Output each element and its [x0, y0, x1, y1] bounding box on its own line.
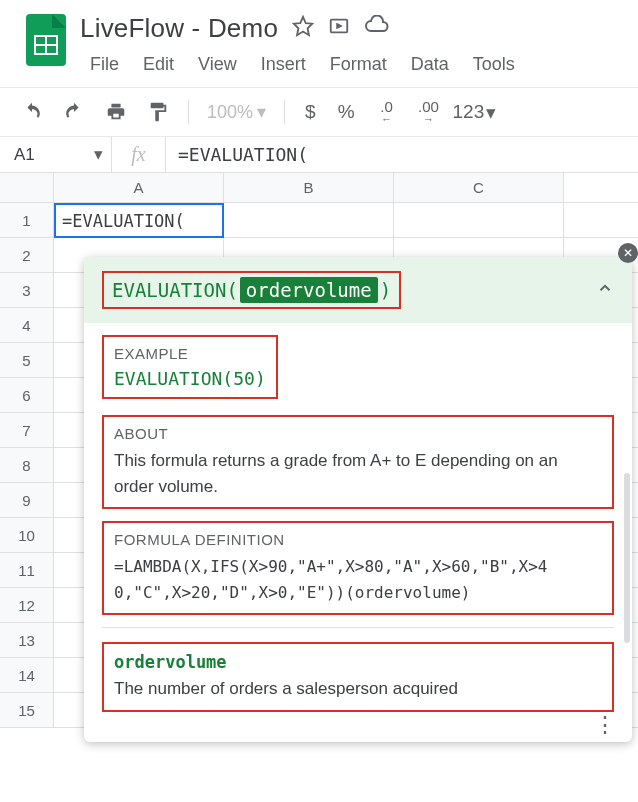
decrease-decimal-button[interactable]: .0←: [369, 94, 405, 130]
menu-data[interactable]: Data: [401, 50, 459, 79]
menu-file[interactable]: File: [80, 50, 129, 79]
row-header[interactable]: 5: [0, 343, 54, 377]
close-icon[interactable]: ✕: [618, 243, 638, 263]
menu-bar: File Edit View Insert Format Data Tools: [80, 50, 626, 79]
redo-button[interactable]: [56, 94, 92, 130]
row-header[interactable]: 13: [0, 623, 54, 657]
cloud-status-icon[interactable]: [364, 15, 390, 41]
function-signature: EVALUATION(ordervolume): [102, 271, 401, 309]
row-header[interactable]: 8: [0, 448, 54, 482]
row-header[interactable]: 7: [0, 413, 54, 447]
print-button[interactable]: [98, 94, 134, 130]
spreadsheet-grid[interactable]: A B C 123456789101112131415 =EVALUATION(…: [0, 173, 638, 728]
column-header[interactable]: B: [224, 173, 394, 202]
star-icon[interactable]: [292, 15, 314, 41]
row-header[interactable]: 11: [0, 553, 54, 587]
row-header[interactable]: 1: [0, 203, 54, 237]
more-options-icon[interactable]: ⋮: [586, 704, 624, 746]
menu-edit[interactable]: Edit: [133, 50, 184, 79]
document-title[interactable]: LiveFlow - Demo: [80, 13, 278, 44]
formula-help-tooltip: ✕ EVALUATION(ordervolume) EXAMPLE EVALUA…: [84, 257, 632, 742]
chevron-down-icon: ▾: [94, 144, 103, 165]
app-header: LiveFlow - Demo File Edit View Insert Fo…: [0, 0, 638, 79]
cell[interactable]: [394, 203, 564, 237]
menu-view[interactable]: View: [188, 50, 247, 79]
row-header[interactable]: 14: [0, 658, 54, 692]
paint-format-button[interactable]: [140, 94, 176, 130]
active-cell-editor[interactable]: =EVALUATION(: [54, 203, 224, 238]
fx-icon: fx: [112, 137, 166, 172]
row-header[interactable]: 4: [0, 308, 54, 342]
format-currency-button[interactable]: $: [297, 101, 324, 123]
column-header[interactable]: A: [54, 173, 224, 202]
zoom-dropdown[interactable]: 100% ▾: [201, 101, 272, 123]
row-header[interactable]: 6: [0, 378, 54, 412]
formula-bar-input[interactable]: =EVALUATION(: [166, 137, 638, 172]
more-formats-dropdown[interactable]: 123▾: [453, 101, 497, 124]
menu-tools[interactable]: Tools: [463, 50, 525, 79]
row-header[interactable]: 12: [0, 588, 54, 622]
about-section: ABOUT This formula returns a grade from …: [102, 415, 614, 509]
row-header[interactable]: 9: [0, 483, 54, 517]
scrollbar[interactable]: [624, 473, 630, 643]
undo-button[interactable]: [14, 94, 50, 130]
collapse-icon[interactable]: [596, 279, 614, 301]
parameter-section: ordervolume The number of orders a sales…: [102, 642, 614, 712]
row-header[interactable]: 3: [0, 273, 54, 307]
svg-marker-4: [294, 17, 312, 35]
cell[interactable]: [224, 203, 394, 237]
move-icon[interactable]: [328, 15, 350, 41]
menu-format[interactable]: Format: [320, 50, 397, 79]
sheets-logo[interactable]: [12, 8, 80, 66]
increase-decimal-button[interactable]: .00→: [411, 94, 447, 130]
select-all-corner[interactable]: [0, 173, 54, 202]
formula-definition-section: FORMULA DEFINITION =LAMBDA(X,IFS(X>90,"A…: [102, 521, 614, 615]
column-header[interactable]: C: [394, 173, 564, 202]
example-section: EXAMPLE EVALUATION(50): [102, 335, 278, 399]
toolbar: 100% ▾ $ % .0← .00→ 123▾: [0, 88, 638, 136]
row-header[interactable]: 15: [0, 693, 54, 727]
format-percent-button[interactable]: %: [330, 101, 363, 123]
formula-bar-row: A1▾ fx =EVALUATION(: [0, 137, 638, 173]
menu-insert[interactable]: Insert: [251, 50, 316, 79]
row-header[interactable]: 10: [0, 518, 54, 552]
name-box[interactable]: A1▾: [0, 137, 112, 172]
row-header[interactable]: 2: [0, 238, 54, 272]
